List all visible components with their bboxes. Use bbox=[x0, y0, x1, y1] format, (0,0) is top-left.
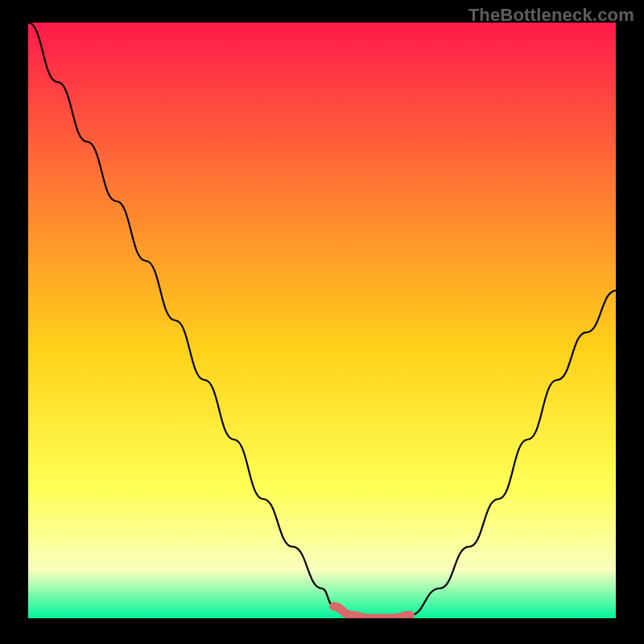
watermark-text: TheBottleneck.com bbox=[469, 5, 634, 26]
bottleneck-chart bbox=[28, 23, 616, 618]
chart-frame: TheBottleneck.com bbox=[0, 0, 644, 644]
gradient-background bbox=[28, 23, 616, 618]
